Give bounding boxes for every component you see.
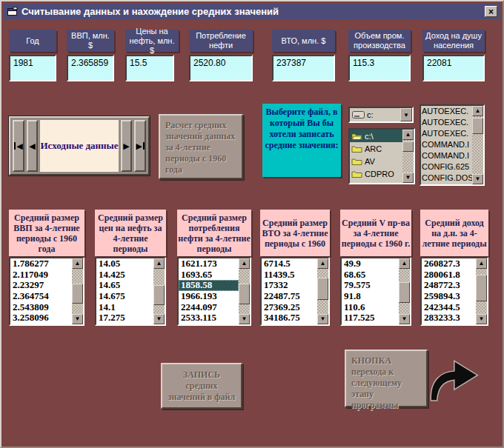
list-scrollbar[interactable]: ▲ ▼ [317, 258, 328, 324]
scroll-up-button[interactable]: ▲ [402, 130, 414, 140]
list-item[interactable]: 2533.115 [179, 312, 239, 324]
scroll-up-button[interactable]: ▲ [72, 258, 83, 269]
file-scrollbar[interactable]: ▲ ▼ [472, 106, 483, 184]
file-item[interactable]: AUTOEXEC. [421, 128, 472, 139]
list-item[interactable]: 49.9 [342, 258, 399, 270]
directory-item[interactable]: ARC [350, 142, 402, 155]
scroll-thumb[interactable] [72, 284, 83, 304]
scroll-up-button[interactable]: ▲ [399, 258, 410, 269]
scroll-down-button[interactable]: ▼ [402, 173, 414, 183]
field-value-vto[interactable]: 237387 [272, 55, 335, 81]
list-item[interactable]: 110.6 [342, 302, 399, 313]
scroll-track[interactable] [476, 269, 487, 314]
directory-scrollbar[interactable]: ▲ ▼ [402, 130, 414, 183]
list-item[interactable]: 17332 [262, 280, 317, 291]
file-item[interactable]: COMMAND.I [421, 139, 472, 150]
field-value-gdp[interactable]: 2.365859 [67, 55, 114, 81]
list-item[interactable]: 248772.3 [422, 280, 476, 291]
list-item[interactable]: 260827.3 [422, 258, 476, 270]
list-item[interactable]: 1966.193 [179, 291, 239, 302]
list-item[interactable]: 1.786277 [10, 258, 72, 270]
scroll-thumb[interactable] [317, 278, 328, 300]
list-item[interactable]: 1621.173 [179, 258, 239, 270]
list-item[interactable]: 2.364754 [10, 291, 72, 302]
list-item[interactable]: 6714.5 [262, 258, 317, 270]
scroll-up-button[interactable]: ▲ [476, 258, 487, 269]
list-item[interactable]: 14.05 [96, 258, 153, 270]
list-item[interactable]: 17.275 [96, 312, 153, 324]
record-next-button[interactable]: ▶ [121, 120, 133, 172]
field-value-income[interactable]: 22081 [422, 55, 485, 81]
scroll-thumb[interactable] [239, 284, 250, 304]
list-item[interactable]: 14.65 [96, 280, 153, 291]
file-item[interactable]: AUTOEXEC. [421, 117, 472, 128]
scroll-track[interactable] [472, 116, 483, 174]
list-item[interactable]: 27369.25 [262, 302, 317, 313]
list-item[interactable]: 2244.097 [179, 302, 239, 313]
scroll-thumb[interactable] [399, 282, 410, 303]
drive-combo-dropdown-button[interactable]: ▼ [400, 108, 412, 121]
list-scrollbar[interactable]: ▲ ▼ [399, 258, 410, 324]
scroll-thumb[interactable] [476, 275, 487, 301]
file-item[interactable]: COMMAND.I [421, 150, 472, 161]
field-value-oil-price[interactable]: 15.5 [125, 55, 174, 81]
list-scrollbar[interactable]: ▲ ▼ [239, 258, 250, 324]
field-value-oil-consumption[interactable]: 2520.80 [189, 55, 253, 81]
scroll-track[interactable] [72, 269, 83, 314]
list-item[interactable]: 259894.3 [422, 291, 476, 302]
scroll-track[interactable] [402, 140, 414, 173]
list-item[interactable]: 11439.5 [262, 270, 317, 281]
list-item[interactable]: 91.8 [342, 291, 399, 302]
scroll-track[interactable] [399, 269, 410, 314]
list-item[interactable]: 2.23297 [10, 280, 72, 291]
scroll-thumb[interactable] [402, 141, 414, 152]
list-item[interactable]: 14.1 [96, 302, 153, 313]
list-item[interactable]: 283233.3 [422, 312, 476, 324]
scroll-track[interactable] [153, 269, 165, 314]
list-item[interactable]: 22487.75 [262, 291, 317, 302]
scroll-up-button[interactable]: ▲ [153, 258, 165, 269]
close-button[interactable]: × [485, 6, 497, 17]
scroll-down-button[interactable]: ▼ [317, 314, 328, 324]
list-item[interactable]: 117.525 [342, 312, 399, 324]
directory-item[interactable]: AV [350, 155, 402, 167]
scroll-down-button[interactable]: ▼ [72, 314, 83, 324]
list-item[interactable]: 14.425 [96, 270, 153, 281]
list-item[interactable]: 2.543809 [10, 302, 72, 313]
scroll-track[interactable] [317, 269, 328, 314]
list-item[interactable]: 3.258096 [10, 312, 72, 324]
file-item[interactable]: CONFIG.625 [421, 161, 472, 173]
scroll-down-button[interactable]: ▼ [399, 314, 410, 324]
file-item[interactable]: CONFIG.DOS [421, 173, 472, 184]
record-first-button[interactable]: ◀ [13, 120, 24, 172]
list-scrollbar[interactable]: ▲ ▼ [153, 258, 165, 324]
list-item[interactable]: 2.117049 [10, 270, 72, 281]
write-averages-button[interactable]: ЗАПИСЬ средних значений в файл [161, 363, 242, 409]
list-item[interactable]: 242344.5 [422, 302, 476, 313]
scroll-up-button[interactable]: ▲ [239, 258, 250, 269]
list-item-selected[interactable]: 1858.58 [179, 280, 239, 291]
scroll-down-button[interactable]: ▼ [239, 314, 250, 324]
list-item[interactable]: 14.675 [96, 291, 153, 302]
file-item[interactable]: AUTOEXEC. [421, 106, 472, 117]
next-stage-button[interactable]: КНОПКА перехода к следующему этапу прогр… [345, 350, 428, 407]
list-item[interactable]: 79.575 [342, 280, 399, 291]
scroll-down-button[interactable]: ▼ [476, 314, 487, 324]
scroll-thumb[interactable] [472, 118, 483, 134]
field-value-year[interactable]: 1981 [9, 55, 56, 81]
record-last-button[interactable]: ▶ [134, 120, 146, 172]
scroll-down-button[interactable]: ▼ [472, 174, 483, 184]
record-prev-button[interactable]: ◀ [27, 120, 39, 172]
list-item[interactable]: 34186.75 [262, 312, 317, 324]
calc-averages-button[interactable]: Расчет средних значений данных за 4-летн… [159, 114, 243, 179]
drive-combo[interactable]: c: ▼ [348, 107, 414, 123]
directory-item[interactable]: CDPRO [350, 167, 402, 180]
scroll-up-button[interactable]: ▲ [317, 258, 328, 269]
field-value-industry[interactable]: 115.3 [348, 55, 411, 81]
list-scrollbar[interactable]: ▲ ▼ [476, 258, 487, 324]
list-scrollbar[interactable]: ▲ ▼ [72, 258, 83, 324]
directory-item[interactable]: c:\ [350, 130, 402, 142]
scroll-thumb[interactable] [153, 285, 165, 305]
scroll-up-button[interactable]: ▲ [472, 106, 483, 116]
list-item[interactable]: 1693.65 [179, 270, 239, 281]
